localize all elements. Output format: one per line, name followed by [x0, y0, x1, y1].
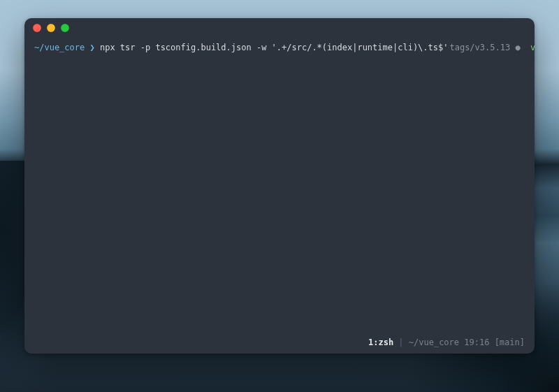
- window-minimize-button[interactable]: [47, 24, 55, 32]
- prompt-cwd: ~/vue_core: [34, 41, 85, 55]
- terminal-body[interactable]: ~/vue_core ❯ npx tsr -p tsconfig.build.j…: [24, 38, 535, 335]
- prompt-status-dot: ●: [515, 43, 520, 52]
- window-maximize-button[interactable]: [61, 24, 69, 32]
- status-branch: [main]: [495, 337, 525, 347]
- status-cwd: ~/vue_core: [409, 337, 459, 347]
- status-separator: |: [393, 337, 409, 347]
- terminal-window[interactable]: ~/vue_core ❯ npx tsr -p tsconfig.build.j…: [24, 18, 535, 354]
- window-close-button[interactable]: [33, 24, 41, 32]
- status-session: 1:zsh: [368, 337, 393, 347]
- status-time: 19:16: [464, 337, 489, 347]
- prompt-command: npx tsr -p tsconfig.build.json -w '.+/sr…: [100, 41, 449, 55]
- prompt-line: ~/vue_core ❯ npx tsr -p tsconfig.build.j…: [34, 41, 525, 55]
- prompt-git-tag: tags/v3.5.13: [449, 43, 510, 52]
- prompt-right: tags/v3.5.13 ● v20.13.1: [449, 41, 535, 55]
- window-titlebar[interactable]: [24, 18, 535, 38]
- prompt-node-version: v20.13.1: [530, 43, 535, 52]
- prompt-caret: ❯: [89, 41, 94, 55]
- tmux-statusbar: 1:zsh | ~/vue_core 19:16 [main]: [24, 335, 535, 354]
